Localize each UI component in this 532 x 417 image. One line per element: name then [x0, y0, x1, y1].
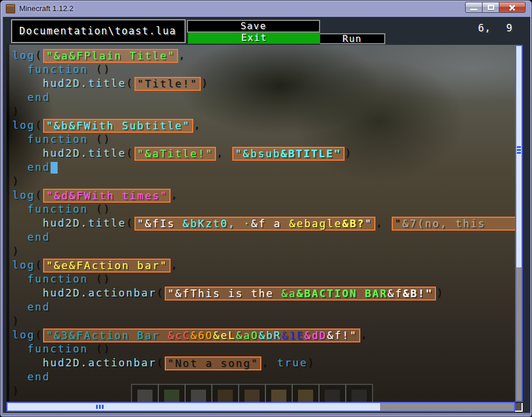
code-token: , [217, 147, 232, 159]
code-token: ( [157, 356, 164, 369]
code-line[interactable]: function () [12, 132, 515, 146]
code-token: ) [437, 287, 444, 299]
string-highlight-box: "&d&FWith times" [43, 189, 171, 203]
code-token: "Not a song" [168, 357, 258, 369]
titlebar[interactable]: Minecraft 1.12.2 [1, 1, 531, 17]
code-line[interactable]: log("&d&FWith times", [12, 188, 515, 202]
code-line[interactable]: end [12, 230, 515, 244]
code-token: end [12, 370, 50, 383]
code-token: ) [201, 77, 209, 89]
code-token: "&b&FWith Subtitle" [46, 119, 190, 132]
close-button[interactable] [499, 2, 526, 13]
code-token: log [12, 328, 35, 341]
code-token: ( [35, 328, 42, 341]
code-token: &eL [213, 329, 236, 341]
exit-button[interactable]: Exit [188, 33, 320, 44]
editor-toolbar: Documentation\toast.lua Save Exit Run 6,… [3, 17, 530, 45]
code-token: &B!" [403, 287, 433, 299]
code-token: hud2D.actionbar [42, 287, 157, 299]
code-line[interactable]: end [12, 300, 515, 314]
code-line[interactable]: function () [12, 342, 515, 356]
code-token: "&fThis is the [168, 287, 282, 299]
code-token: , [171, 189, 179, 201]
code-token: ) [307, 356, 315, 369]
code-token: log [12, 119, 35, 131]
code-area[interactable]: log("&a&FPlain Title", function () hud2D… [6, 45, 515, 402]
code-token: ( [35, 189, 42, 201]
scrollbar-grip-icon [517, 146, 521, 155]
code-token: &B? [342, 217, 365, 229]
code-line[interactable]: hud2D.title("Title!") [12, 76, 515, 90]
minecraft-app-icon [6, 4, 15, 13]
string-highlight-box: "Title!" [134, 77, 201, 91]
code-token: ) [12, 105, 20, 117]
code-token: ( [35, 259, 42, 271]
code-token: &aO [236, 329, 258, 341]
filename-field[interactable]: Documentation\toast.lua [11, 19, 186, 43]
code-token: &7(no, this [402, 217, 485, 229]
code-token: () [88, 203, 111, 215]
code-token: &ebagle [289, 217, 342, 229]
code-line[interactable]: function () [12, 202, 515, 216]
code-line[interactable]: hud2D.title("&fIs &bKzt0, ·&f a &ebagle&… [12, 216, 515, 230]
code-line[interactable]: log("&e&FAction bar", [12, 258, 515, 272]
run-button[interactable]: Run [320, 33, 385, 44]
code-line[interactable]: function () [12, 272, 515, 286]
code-line[interactable]: end [12, 90, 515, 104]
horizontal-scrollbar[interactable] [6, 402, 515, 412]
code-line[interactable]: log("&3&FAction Bar &cC&6O&eL&aO&bR&1E&d… [12, 328, 515, 342]
save-button[interactable]: Save [187, 20, 320, 33]
window-title: Minecraft 1.12.2 [19, 4, 73, 13]
code-line[interactable]: ) [12, 314, 515, 328]
code-line[interactable]: ) [12, 104, 515, 118]
code-token: ( [157, 287, 164, 299]
horizontal-scrollbar-thumb[interactable] [8, 403, 380, 411]
code-line[interactable]: end [12, 160, 515, 174]
code-line[interactable]: function () [12, 62, 515, 76]
code-token: true [277, 356, 307, 369]
code-token: &BTITLE" [281, 147, 341, 160]
string-highlight-box: "&fIs &bKzt0, ·&f a &ebagle&B?" [134, 217, 375, 231]
code-token: ( [126, 147, 134, 159]
minecraft-window: Minecraft 1.12.2 Documentation\toast.lua… [0, 0, 532, 417]
code-token: , [376, 217, 391, 229]
code-token: ( [126, 217, 134, 229]
code-token: ( [35, 49, 42, 61]
app-content: Documentation\toast.lua Save Exit Run 6,… [3, 17, 530, 413]
code-token: end [12, 301, 50, 313]
code-line[interactable]: hud2D.actionbar("&fThis is the &a&BACTIO… [12, 286, 515, 300]
code-token: "&a&FPlain Title" [46, 50, 175, 62]
maximize-button[interactable] [483, 2, 499, 13]
code-token: hud2D.title [42, 147, 126, 159]
code-token: &1E [281, 329, 304, 341]
code-line[interactable]: end [12, 370, 515, 384]
vertical-scrollbar[interactable] [515, 45, 523, 402]
code-line[interactable]: hud2D.actionbar("Not a song", true) [12, 356, 515, 370]
code-token [12, 217, 42, 229]
code-token: ) [12, 314, 20, 327]
code-token: &f a [251, 217, 289, 229]
maximize-icon [488, 5, 494, 10]
code-line[interactable]: hud2D.title("&aTitle!", "&bsub&BTITLE") [12, 146, 515, 160]
code-token: &cC [168, 329, 190, 341]
editor-edge-shadow [6, 45, 9, 402]
code-line[interactable]: ) [12, 244, 515, 258]
code-token: hud2D.actionbar [42, 356, 157, 369]
code-token: " [365, 217, 373, 229]
code-token: "&bsub [235, 147, 281, 160]
code-token: , [262, 356, 277, 369]
code-token: "&d&FWith times" [46, 189, 168, 202]
code-line[interactable]: log("&b&FWith Subtitle", [12, 118, 515, 132]
code-token: log [12, 259, 35, 271]
code-line[interactable]: log("&a&FPlain Title", [12, 48, 515, 62]
code-token: , [361, 328, 368, 341]
code-token: &BACTION BAR [296, 287, 387, 299]
vertical-scrollbar-thumb[interactable] [516, 46, 522, 267]
code-token: ) [345, 147, 353, 159]
code-line[interactable]: ) [12, 384, 515, 398]
code-token: &a [281, 287, 296, 299]
minimize-button[interactable] [465, 2, 483, 13]
code-line[interactable]: ) [12, 174, 515, 188]
cursor-line: 9 [506, 22, 513, 34]
code-token: "&e&FAction bar" [46, 259, 168, 271]
